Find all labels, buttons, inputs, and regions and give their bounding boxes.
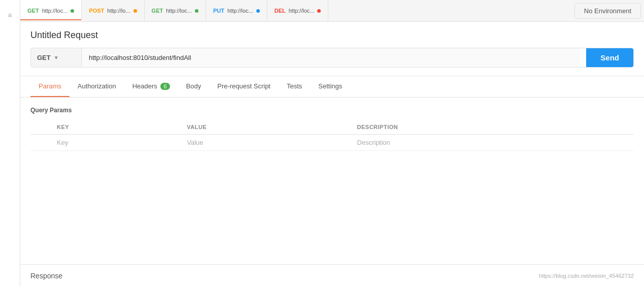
subtab-body-label: Body [186,82,201,90]
tab-5[interactable]: DEL http://loc... [267,0,329,21]
send-button[interactable]: Send [586,48,633,67]
tab-2-dot [133,9,137,13]
headers-badge: 6 [160,83,170,90]
sidebar: ≡ [0,0,20,287]
tab-4-method: PUT [213,8,224,14]
method-select-text: GET [37,54,51,61]
subtab-params[interactable]: Params [30,76,70,97]
content-spacer [20,151,644,264]
tab-3[interactable]: GET http://loc... [145,0,206,21]
sidebar-icon-1: ≡ [8,11,12,19]
subtab-authorization-label: Authorization [78,82,116,90]
tab-5-method: DEL [275,8,286,14]
subtab-settings[interactable]: Settings [310,76,350,97]
col-header-checkbox [30,120,51,135]
tab-3-url: http://loc... [166,8,192,14]
row-value-cell[interactable]: Value [181,135,351,151]
key-placeholder: Key [57,139,68,146]
query-params-section: Query Params KEY VALUE DESCRIPTION Key [20,98,644,151]
desc-placeholder: Description [357,139,390,146]
subtab-body[interactable]: Body [178,76,210,97]
request-area: Untitled Request GET ▼ Send [20,22,644,76]
subtab-tests[interactable]: Tests [279,76,310,97]
subtab-authorization[interactable]: Authorization [70,76,124,97]
tab-4[interactable]: PUT http://loc... [206,0,267,21]
tab-1-url: http://loc... [42,8,68,14]
tab-3-dot [195,9,198,13]
col-header-description: DESCRIPTION [351,120,634,135]
section-title: Query Params [30,103,634,116]
subtab-headers-label: Headers [132,82,157,90]
tab-2[interactable]: POST http://lo... [82,0,144,21]
env-selector[interactable]: No Environment [574,3,641,19]
tab-4-url: http://loc... [227,8,253,14]
subtab-prerequest-label: Pre-request Script [217,82,270,90]
chevron-down-icon: ▼ [54,55,59,60]
subtab-prerequest[interactable]: Pre-request Script [209,76,279,97]
sub-tabs: Params Authorization Headers 6 Body Pre-… [20,76,644,98]
url-bar: GET ▼ Send [30,48,634,68]
tab-1-dot [71,9,74,13]
tab-5-url: http://loc... [289,8,315,14]
table-row: Key Value Description [30,135,634,151]
main-content: GET http://loc... POST http://lo... GET … [20,0,644,287]
subtab-tests-label: Tests [287,82,302,90]
env-label: No Environment [584,7,631,15]
tabs-bar: GET http://loc... POST http://lo... GET … [20,0,644,22]
subtab-params-label: Params [39,82,61,90]
subtab-settings-label: Settings [318,82,342,90]
tab-2-method: POST [89,8,104,14]
response-label: Response [30,272,62,280]
row-key-cell[interactable]: Key [51,135,181,151]
row-desc-cell[interactable]: Description [351,135,634,151]
request-title: Untitled Request [30,30,634,41]
response-bar: Response https://blog.csdn.net/weixin_45… [20,264,644,287]
tab-1-active-border [20,19,81,20]
tab-4-dot [256,9,260,13]
tab-3-method: GET [152,8,163,14]
method-select[interactable]: GET ▼ [31,48,82,67]
subtab-headers[interactable]: Headers 6 [124,76,178,97]
tab-2-url: http://lo... [107,8,130,14]
url-input[interactable] [82,48,580,67]
tab-1[interactable]: GET http://loc... [20,0,82,21]
params-table: KEY VALUE DESCRIPTION Key Value [30,120,634,151]
sidebar-item-1[interactable]: ≡ [0,5,20,25]
tab-1-method: GET [27,8,39,14]
col-header-key: KEY [51,120,181,135]
response-link: https://blog.csdn.net/weixin_45462732 [539,273,634,279]
row-checkbox-cell [30,135,51,151]
col-header-value: VALUE [181,120,351,135]
tab-5-dot [317,9,321,13]
value-placeholder: Value [187,139,203,146]
